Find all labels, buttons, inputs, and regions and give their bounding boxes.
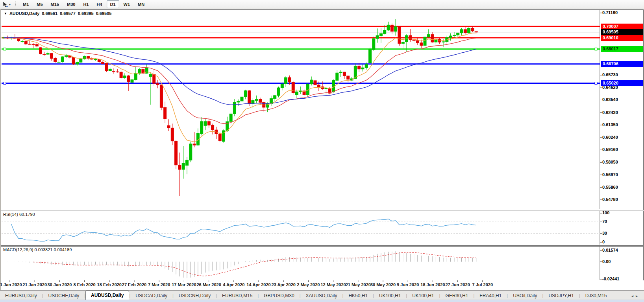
symbol-tab-usdjpy-h1[interactable]: USDJPY,H1	[543, 292, 579, 300]
price-tag: 0.68017	[601, 46, 643, 52]
price-tag: 0.66706	[601, 61, 643, 67]
rsi-label: RSI(14) 60.1790	[3, 212, 35, 217]
status-strip	[0, 300, 644, 302]
price-tick-label: 0.62430	[602, 110, 618, 115]
date-tick-label: 26 Mar 2020	[196, 282, 221, 287]
price-tick-label: 0.65730	[602, 72, 618, 77]
symbol-tab-uk100-h1[interactable]: UK100,H1	[407, 292, 439, 300]
price-tick-label: 0.54780	[602, 197, 618, 202]
timeframe-button-m15[interactable]: M15	[47, 0, 63, 8]
ohlc-low: 0.69395	[78, 11, 94, 16]
date-tick-label: 27 Feb 2020	[122, 282, 146, 287]
chart-symbol-label: AUDUSD,Daily	[9, 11, 39, 16]
date-tick-label: 30 Jan 2020	[48, 282, 72, 287]
date-tick-label: 17 Mar 2020	[172, 282, 196, 287]
ohlc-close: 0.69505	[96, 11, 112, 16]
symbol-tab-usdcad-daily[interactable]: USDCAD,Daily	[130, 292, 172, 300]
price-tick-label: 0.63540	[602, 97, 618, 102]
timeframe-toolbar: ▾ M1M5M15M30H1H4D1W1MN	[0, 0, 644, 9]
toolbar-separator	[151, 1, 151, 7]
price-tick-label: 0.59160	[602, 147, 618, 152]
timeframe-button-w1[interactable]: W1	[120, 0, 134, 8]
symbol-tab-eurusd-m15[interactable]: EURUSD,M15	[217, 292, 257, 300]
date-tick-label: 8 Feb 2020	[73, 282, 95, 287]
price-tag: 0.65020	[601, 80, 643, 86]
price-tick-label: 0.61350	[602, 122, 618, 127]
price-tick-label: 0.55860	[602, 185, 618, 190]
symbol-tab-gbpusd-m30[interactable]: GBPUSD,M30	[259, 292, 299, 300]
rsi-tick-label: 0	[602, 239, 605, 244]
symbol-tab-hk50-h1[interactable]: HK50,H1	[343, 292, 373, 300]
timeframe-button-d1[interactable]: D1	[107, 0, 119, 8]
trading-platform-window: ▾ M1M5M15M30H1H4D1W1MN ▼ AUDUSD,Daily 0.…	[0, 0, 644, 302]
symbol-tab-uk100-h1[interactable]: UK100,H1	[374, 292, 406, 300]
timeframe-button-m5[interactable]: M5	[33, 0, 46, 8]
toolbar-grip[interactable]	[14, 2, 16, 7]
price-tag: 0.69010	[601, 35, 643, 41]
symbol-tab-usdchf-daily[interactable]: USDCHF,Daily	[43, 292, 85, 300]
date-tick-label: 11 Jan 2020	[0, 282, 22, 287]
date-tick-label: 12 May 2020	[320, 282, 346, 287]
price-tick-label: 0.56970	[602, 172, 618, 177]
timeframe-buttons: M1M5M15M30H1H4D1W1MN	[19, 0, 148, 8]
macd-tick-label: 0.01574	[602, 248, 618, 252]
timeframe-button-h1[interactable]: H1	[80, 0, 92, 8]
date-tick-label: 18 Feb 2020	[97, 282, 122, 287]
date-tick-label: 7 Mar 2020	[148, 282, 170, 287]
symbol-tab-audusd-daily[interactable]: AUDUSD,Daily	[85, 291, 129, 300]
symbol-tab-usdcnh-daily[interactable]: USDCNH,Daily	[174, 292, 216, 300]
symbol-tab-xauusd-daily[interactable]: XAUUSD,Daily	[301, 292, 342, 300]
symbol-tab-eurusd-daily[interactable]: EURUSD,Daily	[0, 292, 42, 300]
main-chart-panel[interactable]	[1, 9, 644, 210]
symbol-tab-ger30-h1[interactable]: GER30,H1	[440, 292, 473, 300]
symbol-tab-fra40-h1[interactable]: FRA40,H1	[474, 292, 507, 300]
date-tick-label: 14 Apr 2020	[246, 282, 270, 287]
rsi-panel[interactable]	[1, 211, 644, 246]
price-tick-label: 0.58050	[602, 160, 618, 164]
symbol-tab-dj30-m15[interactable]: DJ30,M15	[580, 292, 612, 300]
date-tick-label: 30 May 2020	[370, 282, 396, 287]
tab-scroll-left-icon: ◂	[631, 294, 636, 298]
date-tick-label: 7 Jul 2020	[472, 282, 493, 287]
price-tick-label: 0.60240	[602, 135, 618, 140]
macd-panel[interactable]	[1, 246, 644, 281]
timeframe-button-mn[interactable]: MN	[134, 0, 148, 8]
tab-scroll-arrows[interactable]: ◂▸	[631, 292, 640, 300]
symbol-tab-bar: EURUSD,Daily|USDCHF,Daily|AUDUSD,Daily|U…	[0, 290, 644, 300]
date-tick-label: 21 May 2020	[346, 282, 371, 287]
timeframe-button-m1[interactable]: M1	[19, 0, 32, 8]
date-tick-label: 27 Jun 2020	[445, 282, 470, 287]
symbol-tab-usoil-daily[interactable]: USOil,Daily	[508, 292, 542, 300]
ohlc-open: 0.69561	[42, 11, 57, 16]
rsi-tick-label: 100	[602, 210, 609, 215]
date-tick-label: 18 Jun 2020	[420, 282, 445, 287]
date-tick-label: 9 Jun 2020	[397, 282, 419, 287]
window-left-frame	[0, 9, 1, 302]
price-tag: 0.69505	[601, 29, 643, 35]
macd-tick-label: -0.02441	[602, 276, 619, 281]
macd-value: 0.003821	[34, 247, 52, 252]
price-tick-label: 0.71190	[602, 10, 618, 15]
timeframe-button-m30[interactable]: M30	[63, 0, 79, 8]
chart-dropdown-icon[interactable]: ▼	[4, 12, 7, 15]
rsi-tick-label: 70	[602, 219, 607, 224]
macd-label: MACD(12,26,9) 0.003821 0.004189	[3, 247, 72, 252]
ohlc-high: 0.69577	[60, 11, 76, 16]
chart-title: ▼ AUDUSD,Daily 0.69561 0.69577 0.69395 0…	[4, 11, 111, 16]
macd-signal-value: 0.004189	[54, 247, 72, 252]
date-tick-label: 21 Jan 2020	[22, 282, 47, 287]
cursor-tool-dropdown-icon[interactable]: ▾	[9, 3, 11, 6]
macd-tick-label: 0.00	[602, 259, 611, 264]
price-tag: 0.70007	[601, 24, 643, 29]
date-tick-label: 23 Apr 2020	[272, 282, 296, 287]
timeframe-button-h4[interactable]: H4	[93, 0, 105, 8]
cursor-tool-icon[interactable]	[2, 1, 9, 7]
rsi-tick-label: 30	[602, 231, 607, 236]
tab-scroll-right-icon: ▸	[636, 294, 640, 298]
date-tick-label: 2 May 2020	[297, 282, 320, 287]
rsi-value: 60.1790	[19, 212, 35, 217]
date-tick-label: 4 Apr 2020	[223, 282, 244, 287]
